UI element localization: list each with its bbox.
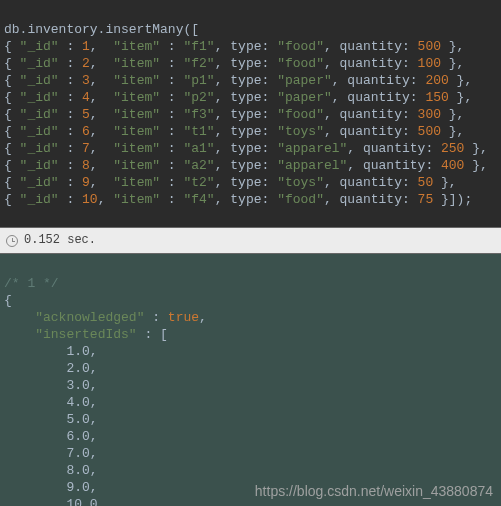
result-pane[interactable]: /* 1 */ { "acknowledged" : true, "insert… xyxy=(0,254,501,506)
watermark: https://blog.csdn.net/weixin_43880874 xyxy=(255,483,493,500)
result-body: { "acknowledged" : true, "insertedIds" :… xyxy=(4,292,497,506)
method-call: db.inventory.insertMany([ xyxy=(4,22,199,37)
timing-bar: 0.152 sec. xyxy=(0,227,501,254)
result-comment: /* 1 */ xyxy=(4,276,59,291)
code-editor[interactable]: db.inventory.insertMany([ { "_id" : 1, "… xyxy=(0,0,501,227)
code-rows: { "_id" : 1, "item" : "f1", type: "food"… xyxy=(4,38,497,208)
timing-text: 0.152 sec. xyxy=(24,232,96,249)
clock-icon xyxy=(6,235,18,247)
